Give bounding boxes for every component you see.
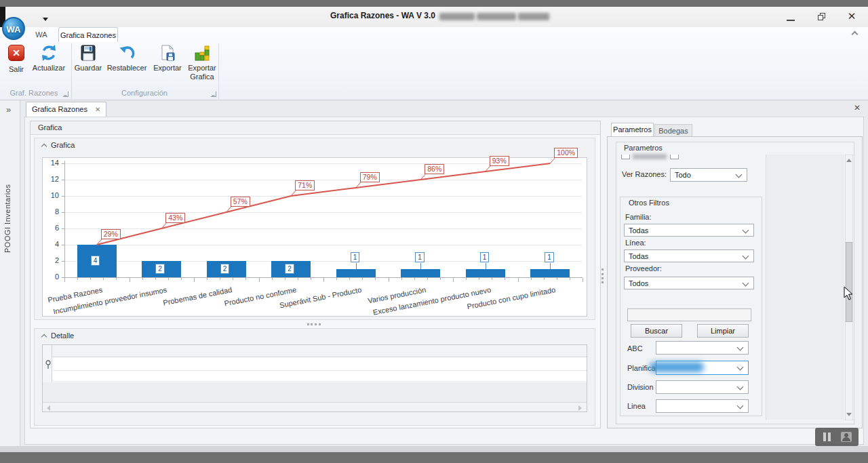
ver-razones-dropdown[interactable]: Todo (670, 168, 747, 182)
scrollbar-thumb[interactable] (846, 242, 852, 322)
limpiar-button[interactable]: Limpiar (697, 324, 749, 338)
exportar-label: Exportar (153, 64, 182, 72)
ribbon-tab-grafica-razones[interactable]: Grafica Razones (58, 27, 118, 42)
x-axis-tick (427, 278, 428, 280)
linea-dropdown[interactable]: Todas (624, 249, 754, 262)
horizontal-splitter[interactable] (307, 323, 321, 325)
guardar-button[interactable]: Guardar (72, 43, 104, 85)
tab-bodegas[interactable]: Bodegas (654, 124, 692, 136)
x-axis-tick (285, 278, 285, 280)
bar-label-stem (356, 263, 357, 269)
chart-bar[interactable] (530, 269, 570, 277)
document-tab-grafica-razones[interactable]: Grafica Razones ✕ (26, 102, 106, 117)
salir-button[interactable]: ✕ Salir (4, 43, 28, 85)
cumulative-percent-label: 100% (554, 148, 578, 158)
proveedor-value: Todos (629, 277, 648, 290)
bar-label-stem (486, 263, 486, 269)
x-axis-tick (90, 278, 91, 280)
chart-bar[interactable] (466, 269, 505, 277)
grid-hscrollbar[interactable] (43, 402, 587, 411)
save-icon (79, 43, 98, 62)
webcam-icon[interactable] (841, 432, 852, 442)
scroll-right-icon[interactable] (578, 405, 582, 411)
app-logo[interactable]: WA (2, 17, 25, 40)
ribbon-tab-wa[interactable]: WA (30, 27, 53, 42)
params-vscrollbar[interactable] (845, 155, 853, 420)
scroll-left-icon[interactable] (47, 405, 50, 411)
restore-button[interactable] (815, 11, 829, 23)
nav-item-poogi-inventarios[interactable]: POOGI Inventarios (3, 165, 12, 253)
x-axis-tick (414, 278, 415, 280)
pause-icon[interactable] (823, 432, 826, 441)
y-axis-tick-label: 6 (44, 224, 59, 232)
grid-empty-row[interactable] (53, 371, 587, 382)
restablecer-button[interactable]: Restablecer (106, 43, 148, 85)
group-dialog-launcher[interactable] (211, 92, 216, 97)
x-axis-tick (272, 278, 273, 280)
chart-bar[interactable] (336, 269, 376, 277)
redacted-checkbox-label (633, 154, 667, 159)
desktop-strip-bottom (0, 452, 868, 463)
proveedor-dropdown[interactable]: Todos (624, 277, 754, 289)
chart-bar[interactable] (401, 269, 440, 277)
x-axis-tick (375, 278, 376, 280)
proveedor-label: Proveedor: (625, 264, 662, 273)
checkbox-stub[interactable] (670, 155, 679, 159)
bar-value-label: 4 (91, 256, 100, 266)
x-axis-tick (116, 278, 117, 280)
close-button[interactable]: ✕ (845, 9, 859, 23)
minimize-button[interactable] (784, 12, 797, 23)
x-axis-tick (531, 278, 532, 280)
bar-value-label: 1 (545, 252, 554, 262)
x-axis-tick (103, 278, 104, 280)
bar-value-label: 2 (155, 264, 165, 274)
x-axis-tick (505, 278, 505, 280)
group-dialog-launcher[interactable] (63, 92, 68, 97)
left-nav-strip (0, 100, 20, 446)
exit-icon: ✕ (7, 45, 26, 64)
x-axis-tick (492, 278, 492, 280)
x-axis-tick (64, 278, 65, 282)
search-input[interactable] (627, 308, 751, 321)
grid-filter-row[interactable] (53, 358, 587, 371)
window-bottom-border (0, 446, 868, 452)
ribbon-separator (218, 43, 219, 99)
vertical-splitter[interactable] (601, 268, 604, 283)
y-axis-tick-label: 12 (44, 175, 59, 183)
division-dropdown[interactable] (656, 380, 749, 394)
cumulative-percent-label: 93% (490, 156, 509, 166)
desktop-strip-top (0, 0, 868, 7)
bar-value-label: 1 (415, 252, 425, 262)
pause-icon[interactable] (828, 432, 831, 441)
actualizar-button[interactable]: Actualizar (30, 43, 68, 85)
abc-label: ABC (627, 344, 643, 353)
exportar-button[interactable]: Exportar (151, 43, 184, 85)
gridline (65, 228, 582, 229)
document-area-close-icon[interactable]: ✕ (854, 103, 861, 113)
cumulative-percent-label: 71% (295, 180, 315, 190)
abc-dropdown[interactable] (656, 341, 749, 355)
x-axis-tick (401, 278, 402, 280)
document-tab-close-icon[interactable]: ✕ (95, 106, 100, 113)
linea-row-dropdown[interactable] (656, 399, 749, 413)
x-axis-tick (233, 278, 233, 280)
familia-label: Familia: (625, 213, 652, 221)
tab-parametros[interactable]: Parametros (611, 123, 654, 136)
nav-expand-icon[interactable]: » (6, 104, 11, 115)
x-axis-tick (259, 278, 260, 282)
y-axis-tick-label: 0 (44, 273, 59, 281)
y-axis-line (64, 161, 65, 278)
x-axis-tick (220, 278, 220, 280)
gridline (65, 212, 582, 213)
checkbox-stub[interactable] (621, 155, 630, 159)
scroll-down-icon[interactable] (846, 413, 852, 416)
familia-dropdown[interactable]: Todas (624, 224, 754, 237)
x-axis-tick (518, 278, 519, 282)
scroll-up-icon[interactable] (846, 159, 852, 162)
exportar-grafica-button[interactable]: Exportar Grafica (184, 43, 220, 85)
ver-razones-label: Ver Razones: (622, 170, 667, 178)
quick-access-arrow-icon[interactable] (43, 18, 48, 21)
ver-razones-value: Todo (675, 169, 691, 182)
buscar-button[interactable]: Buscar (631, 324, 682, 338)
exportar-grafica-label: Exportar Grafica (186, 64, 218, 81)
